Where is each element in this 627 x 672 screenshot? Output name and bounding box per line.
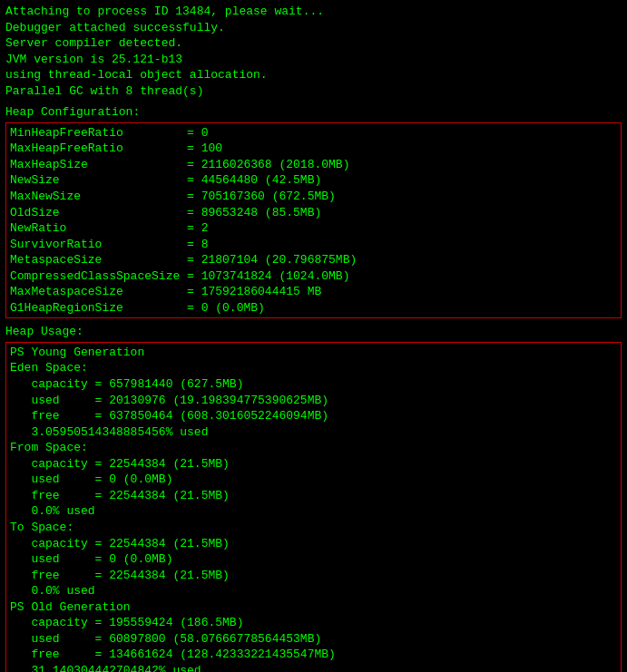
heap-usage-line-8: used = 0 (0.0MB) xyxy=(10,472,617,488)
top-lines: Attaching to process ID 13484, please wa… xyxy=(5,4,622,99)
heap-usage-line-0: PS Young Generation xyxy=(10,345,617,361)
heap-config-line-11: G1HeapRegionSize = 0 (0.0MB) xyxy=(10,300,617,317)
line-7: Parallel GC with 8 thread(s) xyxy=(5,83,622,100)
heap-config-header: Heap Configuration: xyxy=(5,104,622,121)
heap-usage-line-4: free = 637850464 (608.3016052246094MB) xyxy=(10,408,617,424)
heap-config-line-4: MaxNewSize = 705167360 (672.5MB) xyxy=(10,189,617,205)
heap-usage-line-2: capacity = 657981440 (627.5MB) xyxy=(10,376,617,393)
heap-usage-box: PS Young Generation Eden Space: capacity… xyxy=(5,342,622,672)
heap-usage-line-13: used = 0 (0.0MB) xyxy=(10,551,617,568)
heap-usage-line-1: Eden Space: xyxy=(10,360,617,376)
line-6: using thread-local object allocation. xyxy=(5,67,622,83)
heap-usage-header: Heap Usage: xyxy=(5,324,622,340)
heap-usage-line-19: free = 134661624 (128.42333221435547MB) xyxy=(10,647,617,663)
heap-usage-line-17: capacity = 195559424 (186.5MB) xyxy=(10,615,617,631)
heap-usage-line-6: From Space: xyxy=(10,440,617,456)
line-3: Server compiler detected. xyxy=(5,35,622,52)
heap-usage-line-9: free = 22544384 (21.5MB) xyxy=(10,488,617,504)
terminal-output: Attaching to process ID 13484, please wa… xyxy=(5,4,622,672)
heap-config-line-1: MaxHeapFreeRatio = 100 xyxy=(10,141,617,157)
heap-usage-line-10: 0.0% used xyxy=(10,503,617,520)
heap-config-box: MinHeapFreeRatio = 0 MaxHeapFreeRatio = … xyxy=(5,122,622,319)
heap-usage-line-15: 0.0% used xyxy=(10,583,617,599)
heap-usage-line-20: 31.140304442704842% used xyxy=(10,663,617,672)
heap-usage-line-11: To Space: xyxy=(10,520,617,536)
heap-config-line-6: NewRatio = 2 xyxy=(10,220,617,237)
heap-config-line-8: MetaspaceSize = 21807104 (20.796875MB) xyxy=(10,252,617,268)
heap-usage-line-7: capacity = 22544384 (21.5MB) xyxy=(10,456,617,472)
heap-config-line-10: MaxMetaspaceSize = 17592186044415 MB xyxy=(10,284,617,300)
heap-usage-line-3: used = 20130976 (19.198394775390625MB) xyxy=(10,393,617,409)
heap-usage-line-12: capacity = 22544384 (21.5MB) xyxy=(10,536,617,552)
heap-usage-line-14: free = 22544384 (21.5MB) xyxy=(10,568,617,584)
heap-config-line-2: MaxHeapSize = 2116026368 (2018.0MB) xyxy=(10,157,617,173)
heap-config-line-3: NewSize = 44564480 (42.5MB) xyxy=(10,172,617,189)
line-4: JVM version is 25.121-b13 xyxy=(5,52,622,68)
heap-config-line-0: MinHeapFreeRatio = 0 xyxy=(10,125,617,141)
heap-config-line-5: OldSize = 89653248 (85.5MB) xyxy=(10,205,617,221)
heap-usage-line-5: 3.05950514348885456% used xyxy=(10,424,617,441)
line-2: Debugger attached successfully. xyxy=(5,20,622,36)
line-1: Attaching to process ID 13484, please wa… xyxy=(5,4,622,20)
heap-config-line-9: CompressedClassSpaceSize = 1073741824 (1… xyxy=(10,268,617,285)
heap-usage-line-16: PS Old Generation xyxy=(10,599,617,616)
heap-config-line-7: SurvivorRatio = 8 xyxy=(10,237,617,253)
heap-usage-line-18: used = 60897800 (58.07666778564453MB) xyxy=(10,631,617,648)
